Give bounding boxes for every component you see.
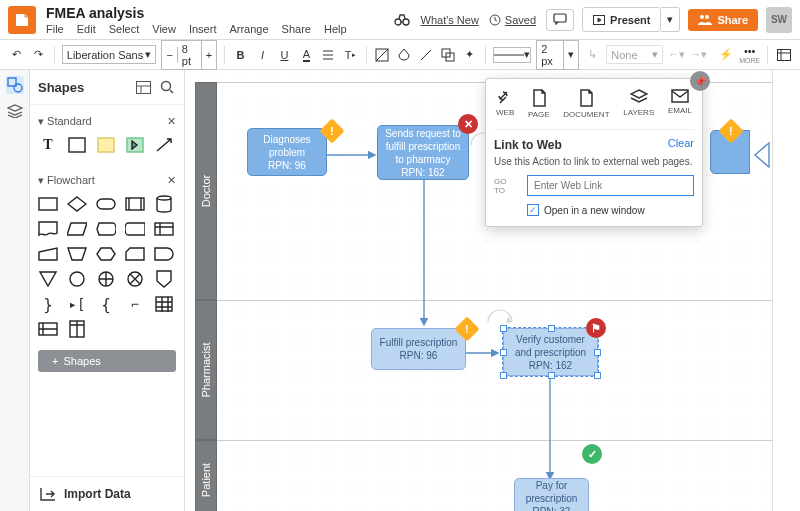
- shapes-panel-tab[interactable]: [6, 76, 24, 94]
- fc-card[interactable]: [125, 245, 145, 263]
- fc-data[interactable]: [67, 220, 87, 238]
- arrow-end-button[interactable]: →▾: [690, 46, 707, 64]
- panels-button[interactable]: [775, 46, 792, 64]
- error-badge[interactable]: ✕: [458, 114, 478, 134]
- fc-predefined[interactable]: [125, 195, 145, 213]
- fc-preparation[interactable]: [96, 245, 116, 263]
- menu-view[interactable]: View: [152, 23, 176, 35]
- group-flowchart-header[interactable]: ▾ Flowchart✕: [38, 174, 176, 187]
- search-shapes-icon[interactable]: [158, 78, 176, 96]
- binoculars-icon[interactable]: [393, 11, 411, 29]
- shape-rect[interactable]: [67, 136, 87, 154]
- fill-button[interactable]: [374, 46, 391, 64]
- present-button[interactable]: Present: [582, 7, 661, 32]
- web-link-input[interactable]: [527, 175, 694, 196]
- fc-note[interactable]: ⌐: [125, 295, 145, 313]
- whats-new-link[interactable]: What's New: [421, 14, 479, 26]
- size-decrease[interactable]: −: [162, 47, 177, 63]
- close-icon[interactable]: ✕: [167, 115, 176, 128]
- menu-select[interactable]: Select: [109, 23, 140, 35]
- present-dropdown[interactable]: ▾: [661, 7, 680, 32]
- menu-insert[interactable]: Insert: [189, 23, 217, 35]
- fc-swimlane-v[interactable]: [67, 320, 87, 338]
- fc-manual-input[interactable]: [38, 245, 58, 263]
- shape-block[interactable]: [125, 136, 145, 154]
- shape-style-button[interactable]: [439, 46, 456, 64]
- close-icon[interactable]: ✕: [167, 174, 176, 187]
- menu-help[interactable]: Help: [324, 23, 347, 35]
- fc-bracket[interactable]: ▸[: [67, 295, 87, 313]
- fill-color-button[interactable]: [396, 46, 413, 64]
- node-send-request[interactable]: Sends request tofulfill prescriptionto p…: [377, 125, 469, 180]
- italic-button[interactable]: I: [254, 46, 271, 64]
- add-shapes-button[interactable]: +Shapes: [38, 350, 176, 372]
- fc-database[interactable]: [154, 195, 174, 213]
- arrow-start-button[interactable]: ←▾: [668, 46, 685, 64]
- text-options-button[interactable]: T▸: [342, 46, 359, 64]
- clear-link[interactable]: Clear: [668, 137, 694, 149]
- menu-share[interactable]: Share: [282, 23, 311, 35]
- fc-document[interactable]: [38, 220, 58, 238]
- fc-internal[interactable]: [154, 220, 174, 238]
- font-select[interactable]: Liberation Sans▾: [62, 45, 157, 64]
- fc-brace-l[interactable]: {: [96, 295, 116, 313]
- shapes-layout-icon[interactable]: [134, 78, 152, 96]
- menu-file[interactable]: File: [46, 23, 64, 35]
- tab-web[interactable]: WEB: [496, 89, 514, 119]
- fc-decision[interactable]: [67, 195, 87, 213]
- fc-summing[interactable]: [96, 270, 116, 288]
- import-data-button[interactable]: Import Data: [30, 476, 184, 511]
- redo-button[interactable]: ↷: [30, 46, 47, 64]
- fc-table[interactable]: [154, 295, 174, 313]
- menu-arrange[interactable]: Arrange: [229, 23, 268, 35]
- swimlane-pharmacist[interactable]: Pharmacist: [195, 300, 217, 440]
- document-title[interactable]: FMEA analysis: [46, 5, 383, 21]
- app-logo[interactable]: [8, 6, 36, 34]
- stroke-width-control[interactable]: 2 px▾: [536, 40, 579, 70]
- line-color-button[interactable]: [417, 46, 434, 64]
- shape-note[interactable]: [96, 136, 116, 154]
- align-button[interactable]: [320, 46, 337, 64]
- group-standard-header[interactable]: ▾ Standard✕: [38, 115, 176, 128]
- tab-email[interactable]: EMAIL: [668, 89, 692, 119]
- success-badge[interactable]: ✓: [582, 444, 602, 464]
- fc-swimlane-h[interactable]: [38, 320, 58, 338]
- fc-delay[interactable]: [154, 245, 174, 263]
- fc-merge[interactable]: [38, 270, 58, 288]
- lightning-icon[interactable]: ⚡: [717, 46, 734, 64]
- fc-stored[interactable]: [125, 220, 145, 238]
- line-route-button[interactable]: ↳: [584, 46, 601, 64]
- pin-icon[interactable]: 📌: [690, 71, 710, 91]
- tab-page[interactable]: PAGE: [528, 89, 550, 119]
- swimlane-patient[interactable]: Patient: [195, 440, 217, 511]
- node-pay[interactable]: Pay forprescriptionRPN: 32: [514, 478, 589, 511]
- undo-button[interactable]: ↶: [8, 46, 25, 64]
- error-badge[interactable]: ⚑: [586, 318, 606, 338]
- fc-manual-op[interactable]: [67, 245, 87, 263]
- magic-button[interactable]: ✦: [461, 46, 478, 64]
- text-color-button[interactable]: A: [298, 46, 315, 64]
- size-increase[interactable]: +: [202, 47, 216, 63]
- fc-process[interactable]: [38, 195, 58, 213]
- fc-display[interactable]: [96, 220, 116, 238]
- menu-edit[interactable]: Edit: [77, 23, 96, 35]
- canvas[interactable]: Doctor Pharmacist Patient Diagnosesprobl…: [185, 70, 772, 511]
- node-diagnose[interactable]: DiagnosesproblemRPN: 96: [247, 128, 327, 176]
- shape-arrow[interactable]: [154, 136, 174, 154]
- fc-offpage[interactable]: [154, 270, 174, 288]
- line-style-select[interactable]: ▾: [493, 47, 531, 63]
- bold-button[interactable]: B: [232, 46, 249, 64]
- underline-button[interactable]: U: [276, 46, 293, 64]
- save-status[interactable]: Saved: [489, 14, 536, 26]
- tab-document[interactable]: DOCUMENT: [563, 89, 609, 119]
- tab-layers[interactable]: LAYERS: [623, 89, 654, 119]
- fc-brace-r[interactable]: }: [38, 295, 58, 313]
- node-verify[interactable]: Verify customerand prescriptionRPN: 162: [503, 328, 598, 376]
- layers-panel-tab[interactable]: [6, 102, 24, 120]
- fc-terminator[interactable]: [96, 195, 116, 213]
- swimlane-doctor[interactable]: Doctor: [195, 82, 217, 300]
- share-button[interactable]: Share: [688, 9, 758, 31]
- shape-text[interactable]: T: [38, 136, 58, 154]
- arrow-style-select[interactable]: None▾: [606, 45, 663, 64]
- new-window-checkbox[interactable]: ✓: [527, 204, 539, 216]
